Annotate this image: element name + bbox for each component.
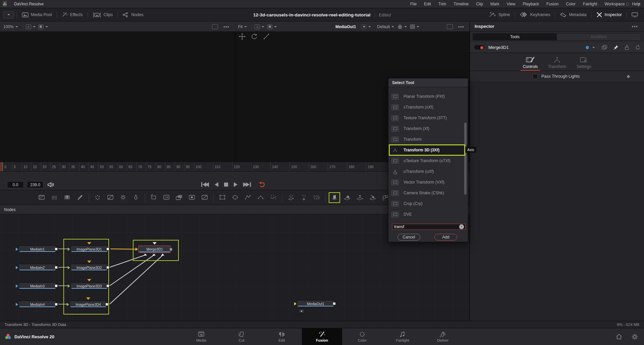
page-tab-fairlight[interactable]: Fairlight (382, 328, 423, 345)
node-output[interactable] (106, 248, 109, 251)
rectangle-mask-tool-button[interactable] (218, 194, 226, 201)
matte-control-tool-button[interactable] (188, 194, 196, 201)
menu-fairlight[interactable]: Fairlight (579, 0, 601, 8)
tool-item-planar-transform-pxf[interactable]: Planar Transform (PXf) (388, 91, 468, 102)
tab-tools[interactable]: Tools (473, 33, 557, 40)
node-output[interactable] (55, 303, 58, 306)
window-maximize-button[interactable]: ☐ (626, 2, 629, 6)
node-3d-input-top[interactable] (86, 297, 90, 300)
node-input[interactable] (16, 248, 18, 251)
nodes-button[interactable]: Nodes (118, 8, 148, 21)
paint-tool-button[interactable] (76, 194, 84, 201)
node-input[interactable] (68, 284, 70, 288)
merge-3d-tool-button[interactable] (369, 194, 377, 201)
spline-button[interactable]: Spline (484, 8, 515, 21)
range-start-field[interactable]: 0.0 (7, 181, 24, 188)
playhead[interactable] (1, 162, 1, 171)
range-end-field[interactable]: 239.0 (27, 181, 44, 188)
play-reverse-button[interactable] (215, 182, 218, 187)
node-input[interactable] (68, 266, 70, 269)
menu-edit[interactable]: Edit (420, 0, 435, 8)
left-viewer-channel-button[interactable]: A (26, 24, 36, 29)
scale-tool-icon[interactable] (263, 33, 270, 40)
bspline-mask-tool-button[interactable] (257, 194, 265, 201)
node-imageplane3d2[interactable]: ImagePlane3D2 (70, 264, 108, 271)
right-viewer-roi-button[interactable] (361, 24, 371, 29)
menu-color[interactable]: Color (562, 0, 579, 8)
tab-modifiers[interactable]: Modifiers (557, 33, 641, 40)
node-output[interactable] (106, 284, 109, 287)
lock-icon[interactable] (625, 45, 629, 50)
left-viewer-options-button[interactable]: ••• (223, 24, 229, 29)
image-plane-3d-tool-button[interactable] (330, 194, 338, 201)
blur-tool-button[interactable] (132, 194, 140, 201)
node-input[interactable] (16, 284, 18, 288)
add-button[interactable]: Add (434, 234, 457, 240)
right-viewer-grid-button[interactable] (410, 24, 419, 29)
particle-render-tool-button[interactable] (313, 194, 321, 201)
particle-emitter-tool-button[interactable] (287, 194, 295, 201)
node-output[interactable] (105, 303, 108, 306)
pin-icon[interactable] (613, 45, 619, 50)
page-tab-deliver[interactable]: Deliver (423, 328, 463, 345)
menu-timeline[interactable]: Timeline (450, 0, 472, 8)
window-minimize-button[interactable]: ─ (614, 2, 617, 6)
node-input[interactable] (294, 302, 297, 305)
tool-item-utexture-transform-utxf[interactable]: uTexture Transform (uTXf) (388, 155, 468, 166)
node-input[interactable] (16, 303, 18, 306)
node-mediain4[interactable]: MediaIn4 (18, 301, 56, 308)
tool-item-stransform-sxf[interactable]: sTransform (sXf) (388, 102, 468, 113)
color-corrector-tool-button[interactable] (94, 194, 102, 201)
node-output[interactable] (55, 266, 58, 269)
page-tab-fusion[interactable]: Fusion (302, 328, 342, 345)
node-output[interactable] (106, 266, 109, 269)
loop-button[interactable] (258, 181, 267, 188)
right-viewer-layer-button[interactable] (267, 24, 277, 29)
chevron-down-icon[interactable] (592, 47, 595, 48)
right-viewer-color-controls-button[interactable] (397, 24, 407, 29)
node-3d-input-bottom[interactable] (161, 254, 164, 256)
node-3d-input-bottom[interactable] (144, 254, 147, 256)
tool-item-vector-transform-vxf[interactable]: Vector Transform (VXf) (388, 177, 468, 188)
node-output[interactable] (55, 248, 58, 251)
play-button[interactable] (234, 182, 237, 187)
menu-playback[interactable]: Playback (519, 0, 543, 8)
tool-item-dve[interactable]: DVE (388, 209, 468, 220)
stop-button[interactable] (224, 183, 228, 187)
metadata-button[interactable]: Metadata (555, 8, 591, 21)
shape-3d-tool-button[interactable] (343, 194, 351, 201)
right-viewer-options-button[interactable]: ••• (458, 24, 464, 29)
viewer-divider[interactable] (235, 32, 235, 162)
node-mediain3[interactable]: MediaIn3 (18, 282, 56, 289)
page-tab-media[interactable]: Media (181, 328, 221, 345)
node-input[interactable] (136, 248, 138, 251)
node-output[interactable] (169, 248, 172, 251)
merge-tool-button[interactable] (175, 194, 183, 201)
tool-item-transform-xf[interactable]: Transform (Xf) (388, 123, 468, 134)
audio-mute-button[interactable] (47, 182, 54, 188)
page-tab-edit[interactable]: Edit (262, 328, 302, 345)
tool-item-transform[interactable]: Transform (388, 134, 468, 145)
inspector-options-button[interactable]: ••• (632, 24, 638, 29)
go-to-end-button[interactable] (243, 182, 251, 187)
transform-tool-button[interactable] (150, 194, 158, 201)
text-plus-tool-button[interactable]: T (63, 194, 71, 201)
node-input[interactable] (16, 266, 18, 269)
node-output[interactable] (333, 302, 336, 305)
background-tool-button[interactable] (38, 194, 46, 201)
left-viewer-zoom-dropdown[interactable]: 100% (3, 24, 18, 29)
menu-fusion[interactable]: Fusion (543, 0, 562, 8)
reset-icon[interactable] (635, 45, 640, 50)
clear-search-icon[interactable]: ✕ (459, 224, 464, 229)
tool-search-input[interactable] (392, 224, 466, 230)
color-curves-tool-button[interactable] (106, 194, 114, 201)
menu-file[interactable]: File (407, 0, 420, 8)
tool-item-utransform-uxf[interactable]: USDuTransform (uXf) (388, 166, 468, 177)
clean-feed-button[interactable] (627, 8, 644, 21)
particle-directional-force-tool-button[interactable] (300, 194, 308, 201)
magic-mask-tool-button[interactable] (269, 194, 277, 201)
node-3d-input-top[interactable] (153, 242, 157, 245)
keyframe-diamond-icon[interactable] (627, 75, 630, 78)
gear-icon[interactable] (632, 334, 638, 340)
node-imageplane3d1[interactable]: ImagePlane3D1 (70, 246, 108, 253)
